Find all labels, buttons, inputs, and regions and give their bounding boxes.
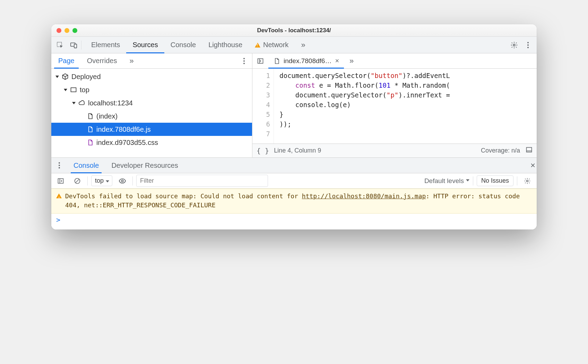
cube-icon	[62, 73, 69, 80]
navigator-pane: Page Overrides » Deployed top	[51, 53, 252, 157]
live-expression-icon[interactable]	[116, 174, 129, 188]
log-levels-selector[interactable]: Default levels	[424, 177, 469, 185]
editor-tabs: index.7808df6… × »	[252, 53, 537, 69]
separator	[473, 176, 473, 185]
caret-icon	[55, 76, 59, 78]
device-toolbar-icon[interactable]	[67, 38, 80, 52]
line-gutter: 1234567	[252, 69, 274, 144]
tab-sources[interactable]: Sources	[126, 37, 164, 53]
tree-file-js[interactable]: index.7808df6e.js	[51, 123, 252, 136]
navigator-options-icon[interactable]	[237, 54, 251, 68]
console-toolbar: top Default levels No Issues	[51, 173, 537, 189]
tree-label: localhost:1234	[88, 99, 133, 107]
console-settings-icon[interactable]	[521, 174, 534, 188]
toggle-navigator-icon[interactable]	[254, 54, 267, 68]
pretty-print-icon[interactable]: { }	[257, 147, 269, 155]
drawer-options-icon[interactable]	[53, 159, 66, 172]
warning-icon	[56, 193, 62, 198]
drawer-tab-devres[interactable]: Developer Resources	[106, 158, 183, 173]
devtools-window: DevTools - localhost:1234/ Elements Sour…	[51, 24, 537, 229]
chevron-down-icon	[106, 180, 109, 182]
issues-button[interactable]: No Issues	[477, 175, 513, 186]
editor-tab-js[interactable]: index.7808df6… ×	[268, 53, 344, 68]
svg-point-13	[121, 180, 123, 182]
tab-network-label: Network	[263, 41, 288, 49]
navigator-tab-page[interactable]: Page	[53, 53, 80, 68]
warning-icon	[255, 43, 260, 47]
coverage-status: Coverage: n/a	[481, 147, 520, 154]
tree-label: Deployed	[71, 73, 101, 81]
code-editor[interactable]: 1234567 document.querySelector("button")…	[252, 69, 537, 144]
tree-group-deployed[interactable]: Deployed	[51, 70, 252, 83]
chevron-down-icon	[466, 179, 469, 181]
separator	[517, 176, 517, 185]
caret-icon	[72, 102, 76, 104]
main-toolbar: Elements Sources Console Lighthouse Netw…	[51, 37, 537, 53]
document-icon	[87, 113, 94, 120]
tab-network[interactable]: Network	[249, 37, 295, 53]
editor-tab-label: index.7808df6…	[284, 57, 331, 65]
warning-message: DevTools failed to load source map: Coul…	[65, 192, 532, 210]
titlebar: DevTools - localhost:1234/	[51, 24, 537, 37]
show-sidebar-icon[interactable]	[526, 146, 533, 155]
editor-pane: index.7808df6… × » 1234567 document.quer…	[252, 53, 537, 157]
tree-file-css[interactable]: index.d9703d55.css	[51, 136, 252, 149]
context-selector[interactable]: top	[91, 175, 112, 186]
file-tree: Deployed top localhost:1234 (index)	[51, 69, 252, 157]
close-window-button[interactable]	[57, 28, 61, 33]
code-content[interactable]: document.querySelector("button")?.addEve…	[274, 69, 537, 144]
document-icon	[87, 126, 94, 133]
more-options-icon[interactable]	[521, 38, 535, 52]
svg-line-12	[76, 179, 79, 183]
tab-console[interactable]: Console	[164, 37, 202, 53]
drawer-tabs: Console Developer Resources ×	[51, 157, 537, 173]
minimize-window-button[interactable]	[64, 28, 69, 33]
document-icon	[87, 139, 94, 146]
toggle-sidebar-icon[interactable]	[54, 174, 67, 188]
settings-icon[interactable]	[508, 38, 521, 52]
svg-rect-4	[71, 88, 76, 92]
caret-icon	[64, 89, 67, 91]
document-icon	[273, 58, 280, 64]
tree-label: top	[80, 86, 89, 94]
navigator-tab-overrides[interactable]: Overrides	[81, 53, 123, 68]
navigator-tabs: Page Overrides »	[51, 53, 252, 69]
close-drawer-icon[interactable]: ×	[530, 161, 535, 170]
maximize-window-button[interactable]	[72, 28, 77, 33]
navigator-more-tabs[interactable]: »	[124, 53, 140, 68]
main-tab-group: Elements Sources Console Lighthouse Netw…	[85, 37, 312, 53]
drawer-tab-console[interactable]: Console	[69, 158, 104, 173]
frame-icon	[70, 86, 77, 93]
more-editor-tabs[interactable]: »	[345, 54, 358, 68]
svg-point-3	[513, 44, 515, 46]
tree-frame-top[interactable]: top	[51, 83, 252, 96]
source-map-link[interactable]: http://localhost:8080/main.js.map	[302, 192, 426, 200]
separator	[81, 41, 81, 50]
editor-status-bar: { } Line 4, Column 9 Coverage: n/a	[252, 144, 537, 157]
clear-console-icon[interactable]	[71, 174, 84, 188]
tab-elements[interactable]: Elements	[85, 37, 126, 53]
console-prompt[interactable]: >	[51, 214, 537, 229]
window-title: DevTools - localhost:1234/	[51, 27, 537, 34]
tree-file-index[interactable]: (index)	[51, 110, 252, 123]
sources-panel: Page Overrides » Deployed top	[51, 53, 537, 157]
separator	[132, 176, 133, 185]
tree-origin-localhost[interactable]: localhost:1234	[51, 96, 252, 110]
svg-rect-2	[74, 44, 77, 48]
inspect-element-icon[interactable]	[53, 38, 67, 52]
console-filter-input[interactable]	[136, 175, 268, 187]
more-tabs-button[interactable]: »	[295, 37, 312, 53]
traffic-lights	[51, 28, 77, 33]
console-output: DevTools failed to load source map: Coul…	[51, 189, 537, 229]
close-tab-icon[interactable]: ×	[335, 57, 339, 65]
svg-point-14	[527, 180, 528, 182]
tab-lighthouse[interactable]: Lighthouse	[202, 37, 249, 53]
console-warning-row[interactable]: DevTools failed to load source map: Coul…	[51, 189, 537, 214]
tree-label: (index)	[96, 112, 118, 120]
tree-label: index.d9703d55.css	[96, 139, 158, 147]
svg-rect-7	[527, 147, 532, 152]
cursor-position: Line 4, Column 9	[274, 147, 321, 154]
svg-rect-9	[58, 179, 63, 183]
levels-label: Default levels	[424, 177, 464, 185]
cloud-icon	[78, 99, 85, 106]
